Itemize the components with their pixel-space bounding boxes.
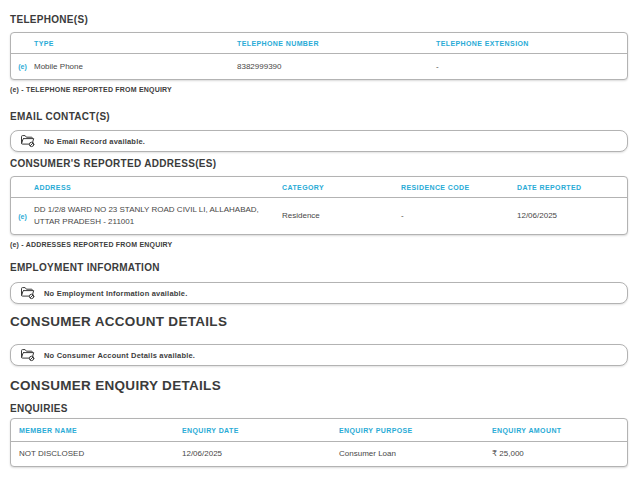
enquiries-table: MEMBER NAME ENQUIRY DATE ENQUIRY PURPOSE…	[10, 418, 628, 467]
telephones-table: TYPE TELEPHONE NUMBER TELEPHONE EXTENSIO…	[10, 32, 628, 80]
column-header-address: ADDRESS	[34, 184, 282, 191]
enquiry-purpose-cell: Consumer Loan	[331, 448, 484, 460]
account-details-empty-message: No Consumer Account Details available.	[44, 351, 195, 360]
enquiry-amount-cell: ₹ 25,000	[484, 448, 627, 460]
enquiry-marker: (e)	[11, 213, 34, 220]
employment-empty-message: No Employment Information available.	[44, 289, 187, 298]
enquiries-section-title: ENQUIRIES	[10, 403, 628, 414]
table-row: NOT DISCLOSED 12/06/2025 Consumer Loan ₹…	[11, 442, 627, 466]
column-header-category: CATEGORY	[282, 184, 401, 191]
column-header-residence-code: RESIDENCE CODE	[401, 184, 517, 191]
addresses-table: ADDRESS CATEGORY RESIDENCE CODE DATE REP…	[10, 176, 628, 235]
account-details-section-title: CONSUMER ACCOUNT DETAILS	[10, 314, 628, 329]
addresses-footnote: (e) - ADDRESSES REPORTED FROM ENQUIRY	[10, 241, 628, 248]
table-row: (e) DD 1/2/8 WARD NO 23 STANLY ROAD CIVI…	[11, 198, 627, 234]
addresses-table-header: ADDRESS CATEGORY RESIDENCE CODE DATE REP…	[11, 177, 627, 198]
telephone-extension-cell: -	[436, 61, 627, 73]
email-section-title: EMAIL CONTACT(S)	[10, 111, 628, 122]
address-cell: DD 1/2/8 WARD NO 23 STANLY ROAD CIVIL LI…	[34, 204, 282, 227]
employment-section-title: EMPLOYMENT INFORMATION	[10, 262, 628, 273]
email-empty-record-box: No Email Record available.	[10, 130, 628, 152]
column-header-type: TYPE	[34, 40, 237, 47]
email-empty-message: No Email Record available.	[44, 137, 145, 146]
date-reported-cell: 12/06/2025	[517, 210, 627, 222]
column-header-member-name: MEMBER NAME	[11, 427, 174, 434]
column-header-enquiry-purpose: ENQUIRY PURPOSE	[331, 427, 484, 434]
column-header-telephone-number: TELEPHONE NUMBER	[237, 40, 436, 47]
column-header-enquiry-date: ENQUIRY DATE	[174, 427, 331, 434]
telephones-table-header: TYPE TELEPHONE NUMBER TELEPHONE EXTENSIO…	[11, 33, 627, 54]
employment-empty-record-box: No Employment Information available.	[10, 282, 628, 304]
empty-folder-icon	[20, 286, 35, 300]
column-header-date-reported: DATE REPORTED	[517, 184, 627, 191]
member-name-cell: NOT DISCLOSED	[11, 448, 174, 460]
enquiries-table-header: MEMBER NAME ENQUIRY DATE ENQUIRY PURPOSE…	[11, 419, 627, 442]
column-header-enquiry-amount: ENQUIRY AMOUNT	[484, 427, 627, 434]
account-details-empty-record-box: No Consumer Account Details available.	[10, 344, 628, 366]
telephone-type-cell: Mobile Phone	[34, 61, 237, 73]
telephone-number-cell: 8382999390	[237, 61, 436, 73]
category-cell: Residence	[282, 210, 401, 222]
enquiry-marker: (e)	[11, 63, 34, 70]
telephones-section-title: TELEPHONE(S)	[10, 14, 628, 25]
table-row: (e) Mobile Phone 8382999390 -	[11, 54, 627, 79]
empty-folder-icon	[20, 348, 35, 362]
enquiry-date-cell: 12/06/2025	[174, 448, 331, 460]
residence-code-cell: -	[401, 210, 517, 222]
column-header-telephone-extension: TELEPHONE EXTENSION	[436, 40, 627, 47]
telephones-footnote: (e) - TELEPHONE REPORTED FROM ENQUIRY	[10, 86, 628, 93]
credit-report-page: TELEPHONE(S) TYPE TELEPHONE NUMBER TELEP…	[0, 0, 641, 487]
addresses-section-title: CONSUMER'S REPORTED ADDRESS(ES)	[10, 158, 628, 169]
enquiry-details-section-title: CONSUMER ENQUIRY DETAILS	[10, 378, 628, 393]
empty-folder-icon	[20, 134, 35, 148]
